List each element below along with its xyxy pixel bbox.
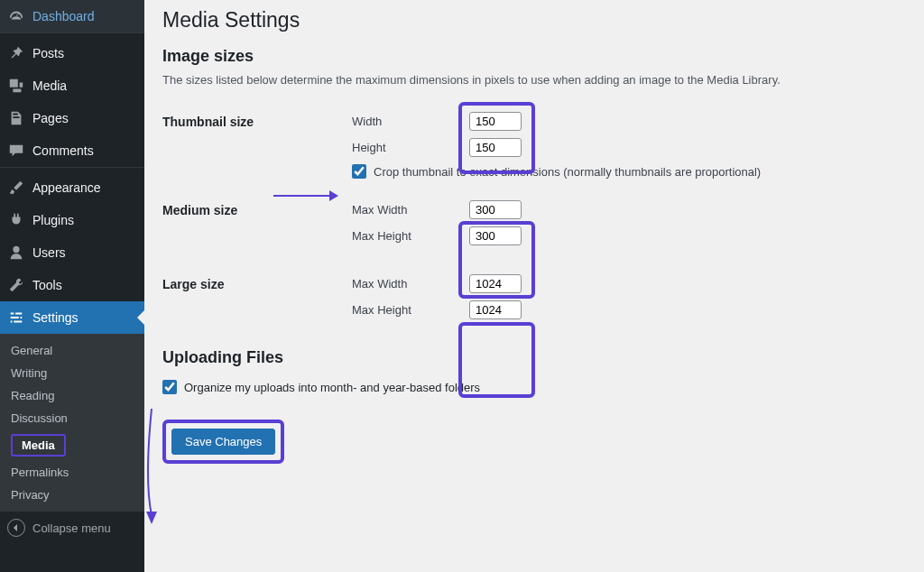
large-height-input[interactable] <box>469 300 522 319</box>
menu-label: Users <box>32 245 66 260</box>
menu-label: Settings <box>32 310 79 325</box>
width-label: Width <box>352 115 469 128</box>
submenu-media[interactable]: Media <box>0 429 144 461</box>
sidebar-item-appearance[interactable]: Appearance <box>0 171 144 204</box>
thumbnail-width-input[interactable] <box>469 112 522 131</box>
save-changes-button[interactable]: Save Changes <box>171 429 275 455</box>
submenu-privacy[interactable]: Privacy <box>0 484 144 506</box>
large-size-label: Large size <box>162 263 343 337</box>
medium-height-input[interactable] <box>469 226 522 245</box>
sliders-icon <box>7 309 25 327</box>
submenu-reading[interactable]: Reading <box>0 384 144 407</box>
sidebar-item-media[interactable]: Media <box>0 69 144 102</box>
thumbnail-height-input[interactable] <box>469 138 522 157</box>
sidebar-item-comments[interactable]: Comments <box>0 134 144 167</box>
comments-icon <box>7 142 25 160</box>
submenu-discussion[interactable]: Discussion <box>0 407 144 429</box>
sidebar-item-users[interactable]: Users <box>0 236 144 269</box>
crop-checkbox[interactable] <box>352 164 366 179</box>
sidebar-item-plugins[interactable]: Plugins <box>0 204 144 236</box>
submenu-writing[interactable]: Writing <box>0 362 144 384</box>
brush-icon <box>7 179 25 197</box>
menu-label: Tools <box>32 278 62 292</box>
large-width-input[interactable] <box>469 274 522 293</box>
dashboard-icon <box>7 7 25 25</box>
collapse-icon <box>7 519 25 537</box>
height-label: Height <box>352 141 469 154</box>
organize-checkbox[interactable] <box>162 380 177 394</box>
organize-label: Organize my uploads into month- and year… <box>184 381 480 394</box>
sidebar-item-dashboard[interactable]: Dashboard <box>0 0 144 32</box>
sidebar-item-settings[interactable]: Settings <box>0 301 144 334</box>
large-width-label: Max Width <box>352 277 469 291</box>
section-image-sizes: Image sizes <box>162 36 906 69</box>
pin-icon <box>7 44 25 62</box>
menu-label: Media <box>32 78 67 93</box>
medium-width-label: Max Width <box>352 203 469 217</box>
sidebar-item-posts[interactable]: Posts <box>0 37 144 69</box>
menu-label: Comments <box>32 143 94 158</box>
pages-icon <box>7 109 25 127</box>
wrench-icon <box>7 276 25 294</box>
arrow-to-save <box>144 409 162 526</box>
admin-sidebar: Dashboard Posts Media Pages Comments App… <box>0 0 144 572</box>
submenu-general[interactable]: General <box>0 339 144 362</box>
menu-label: Appearance <box>32 180 101 195</box>
medium-width-input[interactable] <box>469 200 522 219</box>
sidebar-item-tools[interactable]: Tools <box>0 269 144 301</box>
content-area: Media Settings Image sizes The sizes lis… <box>144 0 924 572</box>
plug-icon <box>7 211 25 229</box>
submenu-permalinks[interactable]: Permalinks <box>0 461 144 484</box>
sidebar-item-pages[interactable]: Pages <box>0 102 144 134</box>
medium-size-label: Medium size <box>162 189 343 263</box>
large-height-label: Max Height <box>352 303 469 317</box>
menu-label: Posts <box>32 46 64 60</box>
medium-height-label: Max Height <box>352 229 469 243</box>
collapse-label: Collapse menu <box>32 521 111 535</box>
media-icon <box>7 77 25 95</box>
user-icon <box>7 244 25 262</box>
menu-label: Plugins <box>32 213 74 227</box>
menu-label: Pages <box>32 111 69 125</box>
collapse-menu[interactable]: Collapse menu <box>0 512 144 544</box>
settings-submenu: General Writing Reading Discussion Media… <box>0 334 144 512</box>
menu-label: Dashboard <box>32 9 95 23</box>
crop-label: Crop thumbnail to exact dimensions (norm… <box>374 165 761 179</box>
section-uploading-files: Uploading Files <box>162 337 906 371</box>
thumbnail-size-label: Thumbnail size <box>162 101 343 189</box>
page-title: Media Settings <box>162 0 906 36</box>
sizes-description: The sizes listed below determine the max… <box>162 73 906 87</box>
